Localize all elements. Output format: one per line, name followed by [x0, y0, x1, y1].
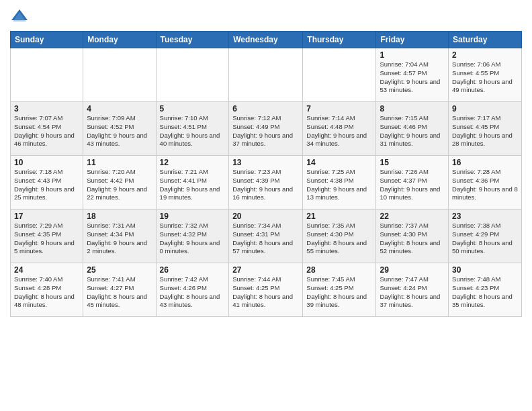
- day-number: 14: [306, 158, 372, 167]
- day-info: Sunrise: 7:07 AM Sunset: 4:54 PM Dayligh…: [14, 114, 79, 148]
- calendar-cell: 22Sunrise: 7:37 AM Sunset: 4:30 PM Dayli…: [376, 210, 449, 263]
- calendar-week-2: 3Sunrise: 7:07 AM Sunset: 4:54 PM Daylig…: [11, 102, 522, 156]
- day-info: Sunrise: 7:21 AM Sunset: 4:41 PM Dayligh…: [160, 168, 226, 202]
- calendar-week-5: 24Sunrise: 7:40 AM Sunset: 4:28 PM Dayli…: [11, 263, 522, 317]
- weekday-header-wednesday: Wednesday: [229, 32, 303, 48]
- weekday-header-sunday: Sunday: [11, 32, 83, 48]
- day-info: Sunrise: 7:10 AM Sunset: 4:51 PM Dayligh…: [160, 114, 226, 148]
- calendar-cell: 27Sunrise: 7:44 AM Sunset: 4:25 PM Dayli…: [229, 263, 303, 317]
- day-number: 26: [160, 265, 226, 275]
- calendar-table: SundayMondayTuesdayWednesdayThursdayFrid…: [10, 31, 522, 317]
- calendar-week-4: 17Sunrise: 7:29 AM Sunset: 4:35 PM Dayli…: [11, 210, 522, 263]
- day-number: 13: [232, 158, 299, 167]
- day-number: 7: [306, 104, 372, 113]
- calendar-cell: 30Sunrise: 7:48 AM Sunset: 4:23 PM Dayli…: [449, 263, 522, 317]
- day-number: 28: [306, 265, 372, 275]
- calendar-cell: 5Sunrise: 7:10 AM Sunset: 4:51 PM Daylig…: [156, 102, 229, 156]
- calendar-cell: 17Sunrise: 7:29 AM Sunset: 4:35 PM Dayli…: [11, 210, 83, 263]
- day-info: Sunrise: 7:32 AM Sunset: 4:32 PM Dayligh…: [160, 222, 226, 256]
- day-info: Sunrise: 7:34 AM Sunset: 4:31 PM Dayligh…: [232, 222, 299, 256]
- day-info: Sunrise: 7:18 AM Sunset: 4:43 PM Dayligh…: [14, 168, 79, 202]
- calendar-cell: 7Sunrise: 7:14 AM Sunset: 4:48 PM Daylig…: [303, 102, 376, 156]
- calendar-cell: 8Sunrise: 7:15 AM Sunset: 4:46 PM Daylig…: [376, 102, 449, 156]
- calendar-cell: [83, 48, 156, 102]
- day-info: Sunrise: 7:29 AM Sunset: 4:35 PM Dayligh…: [14, 222, 79, 256]
- calendar-cell: 16Sunrise: 7:28 AM Sunset: 4:36 PM Dayli…: [449, 156, 522, 210]
- day-number: 12: [160, 158, 226, 167]
- calendar-cell: [303, 48, 376, 102]
- day-info: Sunrise: 7:20 AM Sunset: 4:42 PM Dayligh…: [87, 168, 152, 202]
- calendar-cell: 4Sunrise: 7:09 AM Sunset: 4:52 PM Daylig…: [83, 102, 156, 156]
- calendar-cell: 25Sunrise: 7:41 AM Sunset: 4:27 PM Dayli…: [83, 263, 156, 317]
- calendar-cell: 18Sunrise: 7:31 AM Sunset: 4:34 PM Dayli…: [83, 210, 156, 263]
- day-number: 27: [232, 265, 299, 275]
- day-info: Sunrise: 7:35 AM Sunset: 4:30 PM Dayligh…: [306, 222, 372, 256]
- calendar-cell: 6Sunrise: 7:12 AM Sunset: 4:49 PM Daylig…: [229, 102, 303, 156]
- calendar-cell: 15Sunrise: 7:26 AM Sunset: 4:37 PM Dayli…: [376, 156, 449, 210]
- calendar-cell: 24Sunrise: 7:40 AM Sunset: 4:28 PM Dayli…: [11, 263, 83, 317]
- day-info: Sunrise: 7:48 AM Sunset: 4:23 PM Dayligh…: [452, 275, 518, 310]
- day-info: Sunrise: 7:42 AM Sunset: 4:26 PM Dayligh…: [160, 275, 226, 310]
- day-number: 10: [14, 158, 79, 167]
- day-number: 5: [160, 104, 226, 113]
- day-info: Sunrise: 7:06 AM Sunset: 4:55 PM Dayligh…: [452, 60, 518, 95]
- day-number: 1: [380, 50, 445, 60]
- day-number: 3: [14, 104, 79, 113]
- day-number: 18: [87, 212, 152, 221]
- calendar-cell: 2Sunrise: 7:06 AM Sunset: 4:55 PM Daylig…: [449, 48, 522, 102]
- weekday-header-thursday: Thursday: [303, 32, 376, 48]
- logo: [10, 7, 32, 26]
- day-info: Sunrise: 7:28 AM Sunset: 4:36 PM Dayligh…: [452, 168, 518, 202]
- calendar-cell: 26Sunrise: 7:42 AM Sunset: 4:26 PM Dayli…: [156, 263, 229, 317]
- calendar-cell: 9Sunrise: 7:17 AM Sunset: 4:45 PM Daylig…: [449, 102, 522, 156]
- day-number: 25: [87, 265, 152, 275]
- calendar-cell: [229, 48, 303, 102]
- day-number: 21: [306, 212, 372, 221]
- weekday-header-row: SundayMondayTuesdayWednesdayThursdayFrid…: [11, 32, 522, 48]
- day-info: Sunrise: 7:23 AM Sunset: 4:39 PM Dayligh…: [232, 168, 299, 202]
- calendar-cell: 19Sunrise: 7:32 AM Sunset: 4:32 PM Dayli…: [156, 210, 229, 263]
- day-info: Sunrise: 7:44 AM Sunset: 4:25 PM Dayligh…: [232, 275, 299, 310]
- day-info: Sunrise: 7:12 AM Sunset: 4:49 PM Dayligh…: [232, 114, 299, 148]
- day-info: Sunrise: 7:04 AM Sunset: 4:57 PM Dayligh…: [380, 60, 445, 95]
- weekday-header-saturday: Saturday: [449, 32, 522, 48]
- weekday-header-friday: Friday: [376, 32, 449, 48]
- day-number: 17: [14, 212, 79, 221]
- day-info: Sunrise: 7:17 AM Sunset: 4:45 PM Dayligh…: [452, 114, 518, 148]
- calendar-cell: 12Sunrise: 7:21 AM Sunset: 4:41 PM Dayli…: [156, 156, 229, 210]
- day-number: 29: [380, 265, 445, 275]
- day-number: 6: [232, 104, 299, 113]
- calendar-cell: [11, 48, 83, 102]
- day-number: 2: [452, 50, 518, 60]
- day-info: Sunrise: 7:37 AM Sunset: 4:30 PM Dayligh…: [380, 222, 445, 256]
- day-info: Sunrise: 7:40 AM Sunset: 4:28 PM Dayligh…: [14, 275, 79, 310]
- day-number: 4: [87, 104, 152, 113]
- calendar-cell: 14Sunrise: 7:25 AM Sunset: 4:38 PM Dayli…: [303, 156, 376, 210]
- day-number: 24: [14, 265, 79, 275]
- calendar-cell: 3Sunrise: 7:07 AM Sunset: 4:54 PM Daylig…: [11, 102, 83, 156]
- calendar-cell: [156, 48, 229, 102]
- calendar-cell: 28Sunrise: 7:45 AM Sunset: 4:25 PM Dayli…: [303, 263, 376, 317]
- day-number: 8: [380, 104, 445, 113]
- day-info: Sunrise: 7:25 AM Sunset: 4:38 PM Dayligh…: [306, 168, 372, 202]
- day-number: 23: [452, 212, 518, 221]
- calendar-cell: 11Sunrise: 7:20 AM Sunset: 4:42 PM Dayli…: [83, 156, 156, 210]
- day-number: 15: [380, 158, 445, 167]
- logo-icon: [10, 7, 29, 26]
- day-number: 19: [160, 212, 226, 221]
- day-info: Sunrise: 7:31 AM Sunset: 4:34 PM Dayligh…: [87, 222, 152, 256]
- day-info: Sunrise: 7:09 AM Sunset: 4:52 PM Dayligh…: [87, 114, 152, 148]
- weekday-header-tuesday: Tuesday: [156, 32, 229, 48]
- day-number: 22: [380, 212, 445, 221]
- day-number: 16: [452, 158, 518, 167]
- calendar-week-3: 10Sunrise: 7:18 AM Sunset: 4:43 PM Dayli…: [11, 156, 522, 210]
- day-info: Sunrise: 7:15 AM Sunset: 4:46 PM Dayligh…: [380, 114, 445, 148]
- calendar-cell: 29Sunrise: 7:47 AM Sunset: 4:24 PM Dayli…: [376, 263, 449, 317]
- calendar-cell: 23Sunrise: 7:38 AM Sunset: 4:29 PM Dayli…: [449, 210, 522, 263]
- day-number: 11: [87, 158, 152, 167]
- calendar-cell: 1Sunrise: 7:04 AM Sunset: 4:57 PM Daylig…: [376, 48, 449, 102]
- calendar-cell: 21Sunrise: 7:35 AM Sunset: 4:30 PM Dayli…: [303, 210, 376, 263]
- day-info: Sunrise: 7:14 AM Sunset: 4:48 PM Dayligh…: [306, 114, 372, 148]
- weekday-header-monday: Monday: [83, 32, 156, 48]
- calendar-cell: 13Sunrise: 7:23 AM Sunset: 4:39 PM Dayli…: [229, 156, 303, 210]
